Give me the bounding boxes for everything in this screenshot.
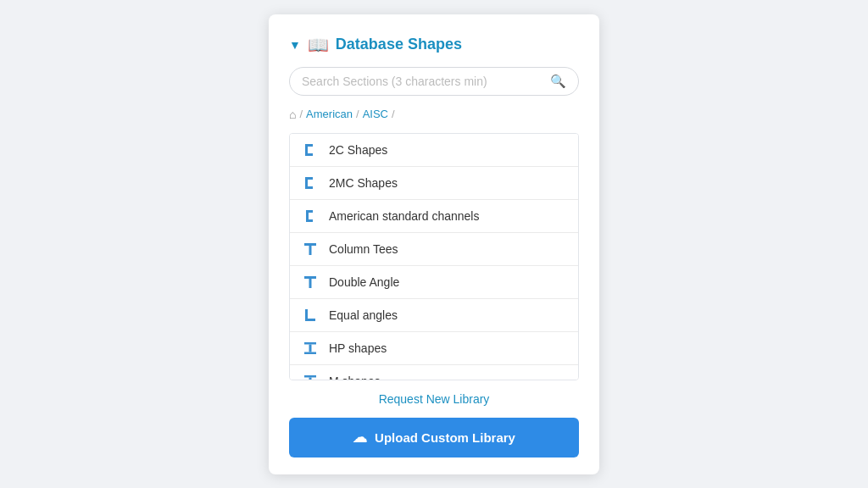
list-item[interactable]: 2C Shapes	[290, 134, 578, 167]
search-input[interactable]	[302, 75, 550, 88]
channel-shape-icon	[302, 208, 319, 224]
i-shape-icon	[302, 341, 319, 356]
svg-rect-10	[309, 246, 312, 255]
list-item-label: 2MC Shapes	[329, 176, 398, 190]
list-item-label: Column Tees	[329, 242, 398, 256]
upload-custom-library-button[interactable]: ☁ Upload Custom Library	[289, 418, 579, 458]
upload-btn-label: Upload Custom Library	[375, 430, 515, 445]
list-item-label: HP shapes	[329, 341, 387, 355]
i-shape-icon	[302, 374, 319, 380]
shapes-list-container: 2C Shapes 2MC Shapes	[289, 133, 579, 380]
svg-rect-11	[304, 276, 316, 279]
list-item[interactable]: HP shapes	[290, 332, 578, 365]
list-item[interactable]: American standard channels	[290, 200, 578, 233]
list-item-label: M shapes	[329, 374, 381, 380]
collapse-arrow-icon[interactable]: ▼	[289, 38, 301, 52]
svg-rect-18	[304, 375, 316, 378]
panel-title-text: Database Shapes	[336, 36, 462, 53]
list-item[interactable]: M shapes	[290, 365, 578, 380]
svg-rect-1	[305, 144, 313, 147]
svg-rect-14	[305, 319, 315, 321]
panel-title: ▼ 📖 Database Shapes	[289, 35, 579, 55]
search-bar: 🔍	[289, 67, 579, 96]
breadcrumb-american[interactable]: American	[306, 108, 353, 120]
svg-rect-7	[306, 210, 313, 213]
svg-rect-16	[309, 344, 312, 352]
l-shape-icon	[302, 308, 319, 323]
svg-rect-9	[304, 243, 316, 246]
svg-rect-5	[305, 186, 313, 189]
list-item-label: American standard channels	[329, 209, 479, 223]
svg-rect-12	[309, 279, 312, 288]
database-shapes-panel: ▼ 📖 Database Shapes 🔍 ⌂ / American / AIS…	[269, 14, 599, 474]
svg-rect-19	[309, 377, 312, 380]
t-shape-icon	[302, 241, 319, 257]
svg-rect-4	[305, 177, 313, 180]
book-icon: 📖	[308, 35, 329, 55]
list-item[interactable]: 2MC Shapes	[290, 167, 578, 200]
cloud-upload-icon: ☁	[353, 429, 367, 446]
home-icon[interactable]: ⌂	[289, 108, 296, 121]
list-item[interactable]: Equal angles	[290, 299, 578, 332]
list-item-label: Equal angles	[329, 308, 398, 322]
shapes-list-scroll[interactable]: 2C Shapes 2MC Shapes	[290, 134, 578, 380]
svg-rect-8	[306, 219, 313, 222]
request-new-library-link[interactable]: Request New Library	[289, 392, 579, 406]
list-item-label: Double Angle	[329, 275, 399, 289]
search-icon: 🔍	[550, 74, 566, 89]
svg-rect-2	[305, 153, 313, 156]
breadcrumb-aisc[interactable]: AISC	[363, 108, 388, 120]
list-item[interactable]: Column Tees	[290, 233, 578, 266]
c-shape-icon	[302, 175, 319, 191]
svg-rect-15	[304, 342, 316, 345]
list-item-label: 2C Shapes	[329, 143, 387, 157]
svg-rect-17	[304, 352, 316, 354]
list-item[interactable]: Double Angle	[290, 266, 578, 299]
t-shape-icon	[302, 274, 319, 290]
breadcrumb: ⌂ / American / AISC /	[289, 108, 579, 121]
c-shape-icon	[302, 142, 319, 158]
